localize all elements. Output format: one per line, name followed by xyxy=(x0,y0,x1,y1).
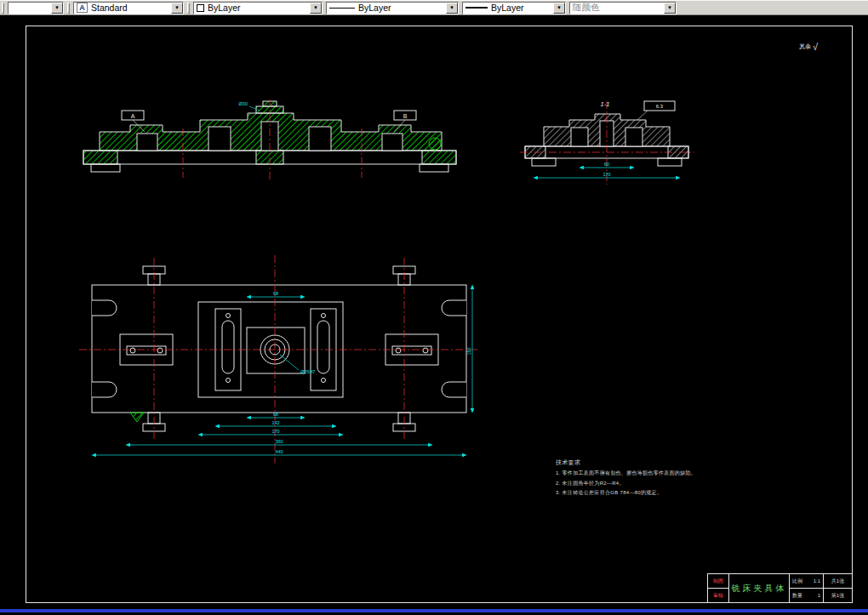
dropdown-arrow-icon[interactable]: ▼ xyxy=(553,3,565,14)
linetype-value: ByLayer xyxy=(358,3,391,13)
dim-label: 142 xyxy=(271,420,279,425)
surface-finish-note: 其余 √ xyxy=(799,42,818,52)
color-swatch xyxy=(197,4,204,12)
dim-label: 68 xyxy=(273,412,278,417)
sheet-number: 第1张 xyxy=(824,588,852,602)
notes-title: 技术要求 xyxy=(556,457,794,468)
finish-label: 6.3 xyxy=(656,104,664,109)
drawing-frame: 其余 √ xyxy=(26,26,853,603)
dropdown-arrow-icon[interactable]: ▼ xyxy=(446,3,458,14)
lineweight-value: ByLayer xyxy=(491,3,524,13)
linetype-sample xyxy=(329,8,355,9)
dim-label: Ø25H7 xyxy=(300,369,315,374)
toolbar-grip[interactable] xyxy=(67,3,70,14)
plot-style-combo[interactable]: 随颜色 ▼ xyxy=(569,2,677,14)
color-value: ByLayer xyxy=(208,3,241,13)
scale-label: 比例 xyxy=(792,578,802,585)
checked-by-label: 审核 xyxy=(708,588,728,602)
title-block: 制图 审核 铣床夹具体 比例 1:1 数量 1 共1张 第1张 xyxy=(707,573,852,602)
layer-combo[interactable]: ▼ xyxy=(8,2,64,14)
plan-outline xyxy=(92,266,466,431)
text-style-icon: A xyxy=(77,3,88,13)
color-combo[interactable]: ByLayer ▼ xyxy=(193,2,323,14)
dim-label: 170 xyxy=(271,429,279,434)
side-finish-callout: 6.3 xyxy=(637,101,675,120)
plan-view: 68 68 142 170 360 440 150 Ø25H7 xyxy=(79,251,479,472)
qty-label: 数量 xyxy=(792,592,802,600)
drawing-title: 铣床夹具体 xyxy=(728,574,789,602)
layer-combo-value xyxy=(9,3,51,14)
dim-label: 68 xyxy=(273,291,278,296)
notes-line: 1. 零件加工表面不得有划伤、擦伤等损伤零件表面的缺陷。 xyxy=(556,469,794,478)
cad-window: ▼ A Standard ▼ ByLayer ▼ ByLayer ▼ xyxy=(0,0,868,615)
dim-label: 60 xyxy=(604,162,609,167)
toolbar-grip[interactable] xyxy=(2,3,4,14)
dropdown-arrow-icon[interactable]: ▼ xyxy=(310,3,322,14)
sheet-count: 共1张 xyxy=(824,574,852,588)
scale-value: 1:1 xyxy=(814,578,820,584)
dim-label: Ø30 xyxy=(239,101,248,106)
dropdown-arrow-icon[interactable]: ▼ xyxy=(51,3,63,14)
side-section-view: 1-1 6.3 60 170 xyxy=(520,100,694,189)
linetype-combo[interactable]: ByLayer ▼ xyxy=(326,2,459,14)
technical-notes: 技术要求 1. 零件加工表面不得有划伤、擦伤等损伤零件表面的缺陷。 2. 未注圆… xyxy=(556,457,794,498)
notes-line: 2. 未注圆角半径为R2—R4。 xyxy=(556,479,794,488)
command-window-edge xyxy=(0,609,868,612)
dim-label: 170 xyxy=(602,172,610,177)
roughness-check-icon: √ xyxy=(813,42,818,52)
text-style-value: Standard xyxy=(91,3,128,13)
lineweight-sample xyxy=(465,7,488,9)
toolbar-grip[interactable] xyxy=(187,3,190,14)
datum-label: B xyxy=(403,113,408,119)
surface-finish-text: 其余 xyxy=(799,43,811,51)
text-style-combo[interactable]: A Standard ▼ xyxy=(73,2,184,14)
toolbar: ▼ A Standard ▼ ByLayer ▼ ByLayer ▼ xyxy=(0,0,868,15)
dropdown-arrow-icon[interactable]: ▼ xyxy=(171,3,183,14)
front-section-view: A B Ø30 xyxy=(81,100,464,185)
notes-line: 3. 未注铸造公差应符合GB 784—80的规定。 xyxy=(556,488,794,498)
dim-label: 150 xyxy=(466,347,471,355)
plot-style-value: 随颜色 xyxy=(573,3,600,14)
section-label: 1-1 xyxy=(601,100,610,108)
drawing-canvas[interactable]: 其余 √ xyxy=(0,15,868,615)
dim-label: 360 xyxy=(275,439,283,444)
qty-value: 1 xyxy=(818,593,820,598)
lineweight-combo[interactable]: ByLayer ▼ xyxy=(462,2,566,14)
drawn-by-label: 制图 xyxy=(708,574,728,588)
dim-label: 440 xyxy=(275,449,283,454)
datum-label: A xyxy=(131,113,135,119)
dropdown-arrow-icon[interactable]: ▼ xyxy=(664,3,676,14)
